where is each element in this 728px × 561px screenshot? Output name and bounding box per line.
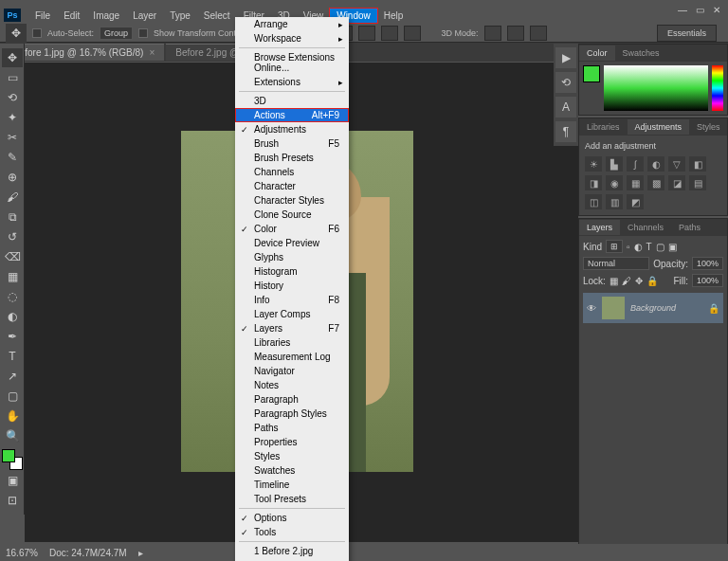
menu-item-actions[interactable]: ActionsAlt+F9 xyxy=(235,108,349,122)
photo-filter-icon[interactable]: ◉ xyxy=(606,175,623,190)
align-icon[interactable] xyxy=(381,26,398,41)
threshold-icon[interactable]: ◫ xyxy=(585,194,602,209)
zoom-tool[interactable]: 🔍 xyxy=(2,426,23,445)
menu-edit[interactable]: Edit xyxy=(57,9,86,23)
history-brush-tool[interactable]: ↺ xyxy=(2,227,23,246)
layer-thumbnail[interactable] xyxy=(602,297,625,319)
exposure-icon[interactable]: ◐ xyxy=(647,156,664,172)
filter-shape-icon[interactable]: ▢ xyxy=(656,242,664,252)
wand-tool[interactable]: ✦ xyxy=(2,108,23,127)
restore-button[interactable]: ▭ xyxy=(692,3,707,16)
show-transform-checkbox[interactable] xyxy=(138,28,148,38)
tab-styles[interactable]: Styles xyxy=(689,119,728,135)
brush-tool[interactable]: 🖌 xyxy=(2,188,23,207)
shape-tool[interactable]: ▢ xyxy=(2,387,23,406)
color-field[interactable] xyxy=(604,65,708,111)
menu-layer[interactable]: Layer xyxy=(126,9,163,23)
menu-item-notes[interactable]: Notes xyxy=(235,378,349,392)
menu-item-swatches[interactable]: Swatches xyxy=(235,463,349,478)
menu-item-channels[interactable]: Channels xyxy=(235,165,349,179)
menu-item-paragraph-styles[interactable]: Paragraph Styles xyxy=(235,407,349,421)
auto-select-checkbox[interactable] xyxy=(32,28,42,38)
close-tab-icon[interactable]: × xyxy=(149,47,155,58)
tab-paths[interactable]: Paths xyxy=(671,220,708,235)
auto-select-dropdown[interactable]: Group xyxy=(100,27,133,40)
menu-file[interactable]: File xyxy=(28,9,57,23)
menu-item-character-styles[interactable]: Character Styles xyxy=(235,193,349,208)
lock-pos-icon[interactable]: ✥ xyxy=(635,276,643,286)
align-icon[interactable] xyxy=(404,26,421,41)
fg-color[interactable] xyxy=(583,65,600,82)
filter-adjust-icon[interactable]: ◐ xyxy=(634,242,643,252)
menu-item-glyphs[interactable]: Glyphs xyxy=(235,250,349,264)
invert-icon[interactable]: ◪ xyxy=(668,175,685,190)
mode3d-icon[interactable] xyxy=(484,26,501,41)
lookup-icon[interactable]: ▩ xyxy=(647,175,664,190)
menu-item-arrange[interactable]: Arrange xyxy=(235,17,349,31)
menu-item-paths[interactable]: Paths xyxy=(235,421,349,435)
status-arrow-icon[interactable]: ▸ xyxy=(138,548,143,558)
mode3d-icon[interactable] xyxy=(530,26,547,41)
lasso-tool[interactable]: ⟲ xyxy=(2,88,23,107)
tab-libraries[interactable]: Libraries xyxy=(579,119,628,135)
menu-type[interactable]: Type xyxy=(163,9,197,23)
menu-item-adjustments[interactable]: Adjustments xyxy=(235,122,349,136)
menu-image[interactable]: Image xyxy=(86,9,126,23)
menu-item-navigator[interactable]: Navigator xyxy=(235,364,349,378)
kind-filter[interactable]: ⊞ xyxy=(606,240,623,253)
para-icon[interactable]: ¶ xyxy=(555,121,576,142)
menu-item-tool-presets[interactable]: Tool Presets xyxy=(235,492,349,506)
tab-swatches[interactable]: Swatches xyxy=(615,45,667,61)
filter-smart-icon[interactable]: ▣ xyxy=(668,242,677,252)
menu-item-browse-extensions-online-[interactable]: Browse Extensions Online... xyxy=(235,50,349,75)
menu-help[interactable]: Help xyxy=(377,9,410,23)
eraser-tool[interactable]: ⌫ xyxy=(2,247,23,266)
layer-row[interactable]: 👁 Background 🔒 xyxy=(583,293,723,323)
tab-adjustments[interactable]: Adjustments xyxy=(628,119,690,135)
mode3d-icon[interactable] xyxy=(507,26,524,41)
mixer-icon[interactable]: ▦ xyxy=(627,175,644,190)
tab-color[interactable]: Color xyxy=(579,45,615,61)
menu-item-extensions[interactable]: Extensions xyxy=(235,75,349,89)
menu-item-histogram[interactable]: Histogram xyxy=(235,264,349,279)
screen-mode[interactable]: ⊡ xyxy=(2,491,23,510)
menu-item-measurement-log[interactable]: Measurement Log xyxy=(235,350,349,364)
menu-item-workspace[interactable]: Workspace xyxy=(235,31,349,45)
quick-mask[interactable]: ▣ xyxy=(2,471,23,490)
marquee-tool[interactable]: ▭ xyxy=(2,68,23,87)
menu-item-brush[interactable]: BrushF5 xyxy=(235,136,349,151)
posterize-icon[interactable]: ▤ xyxy=(689,175,706,190)
type-tool[interactable]: T xyxy=(2,347,23,366)
gradient-tool[interactable]: ▦ xyxy=(2,267,23,286)
menu-item-timeline[interactable]: Timeline xyxy=(235,478,349,492)
color-swatches[interactable] xyxy=(2,449,23,470)
crop-tool[interactable]: ✂ xyxy=(2,128,23,147)
menu-item-character[interactable]: Character xyxy=(235,179,349,193)
bw-icon[interactable]: ◨ xyxy=(585,175,602,190)
fill-value[interactable]: 100% xyxy=(692,274,723,287)
curves-icon[interactable]: ∫ xyxy=(627,156,644,172)
menu-item-layer-comps[interactable]: Layer Comps xyxy=(235,307,349,321)
char-icon[interactable]: A xyxy=(555,97,576,118)
filter-pixel-icon[interactable]: ▫ xyxy=(627,242,630,252)
tab-channels[interactable]: Channels xyxy=(620,220,671,235)
brightness-icon[interactable]: ☀ xyxy=(585,156,602,172)
lock-all-icon[interactable]: 🔒 xyxy=(646,276,658,286)
menu-item-paragraph[interactable]: Paragraph xyxy=(235,392,349,407)
menu-item-properties[interactable]: Properties xyxy=(235,435,349,449)
menu-item-brush-presets[interactable]: Brush Presets xyxy=(235,151,349,165)
menu-item-tools[interactable]: Tools xyxy=(235,525,349,539)
hue-slider[interactable] xyxy=(712,65,723,111)
heal-tool[interactable]: ⊕ xyxy=(2,168,23,187)
history-panel-icon[interactable]: ▶ xyxy=(555,47,576,68)
menu-item-layers[interactable]: LayersF7 xyxy=(235,321,349,335)
hand-tool[interactable]: ✋ xyxy=(2,407,23,425)
move-tool-indicator[interactable]: ✥ xyxy=(6,24,27,43)
menu-item-libraries[interactable]: Libraries xyxy=(235,335,349,350)
blend-mode[interactable]: Normal xyxy=(583,257,649,270)
menu-item-3d[interactable]: 3D xyxy=(235,94,349,108)
vibrance-icon[interactable]: ▽ xyxy=(668,156,685,172)
history-icon[interactable]: ⟲ xyxy=(555,72,576,93)
stamp-tool[interactable]: ⧉ xyxy=(2,208,23,226)
workspace-switcher[interactable]: Essentials xyxy=(657,25,717,42)
